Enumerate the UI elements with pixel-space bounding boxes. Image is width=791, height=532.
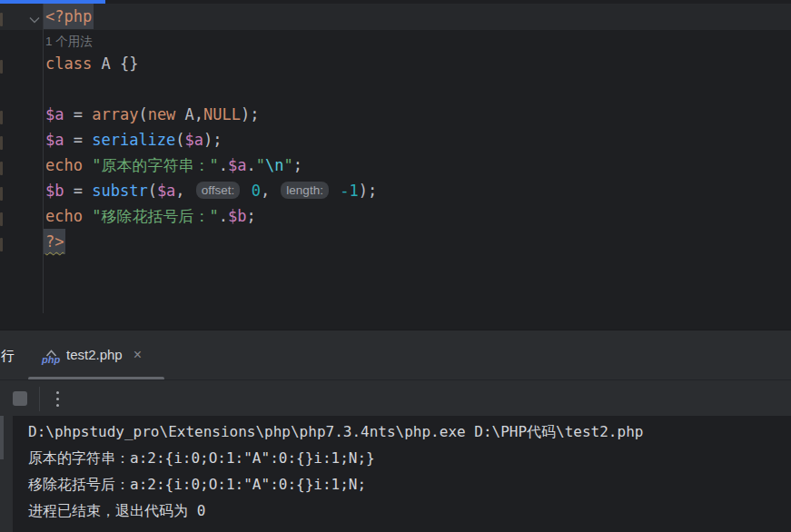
gutter-separator	[43, 4, 44, 313]
gutter-mark	[0, 212, 3, 226]
tab-label: test2.php	[66, 347, 123, 362]
code-token: "移除花括号后："	[92, 207, 218, 225]
code-token: "原本的字符串："	[92, 156, 218, 174]
stop-icon	[13, 391, 27, 406]
fold-chevron-icon[interactable]	[29, 11, 40, 18]
code-line[interactable]: 1 个用法	[45, 29, 791, 51]
code-token: $a	[185, 131, 203, 149]
run-toolwindow-label: 行	[1, 348, 15, 365]
code-token: array	[92, 105, 138, 123]
code-token: NULL	[203, 105, 241, 123]
code-line[interactable]: $b = substr($a, offset: 0, length: -1);	[45, 178, 791, 203]
code-token: substr	[92, 182, 147, 200]
close-tab-icon[interactable]: ×	[133, 348, 142, 362]
code-line[interactable]: $a = serialize($a);	[45, 127, 791, 153]
code-token: .	[219, 207, 228, 225]
code-token: ;	[246, 207, 255, 225]
code-token: );	[203, 131, 222, 149]
console-line: 原本的字符串：a:2:{i:0;O:1:"A":0:{}i:1;N;}	[28, 445, 791, 471]
toolbar-divider	[39, 387, 40, 411]
console-line: D:\phpstudy_pro\Extensions\php\php7.3.4n…	[28, 419, 791, 445]
usages-inlay-hint: 1 个用法	[45, 34, 93, 48]
code-token: $a	[45, 131, 64, 149]
console-gutter	[0, 416, 13, 532]
code-line[interactable]: class A {}	[45, 51, 791, 76]
code-token: "	[256, 156, 265, 174]
gutter-mark	[0, 111, 3, 124]
code-token: ;	[293, 156, 302, 174]
code-token: A,	[175, 105, 203, 123]
code-line[interactable]: echo "移除花括号后：".$b;	[45, 203, 791, 229]
code-token	[242, 182, 251, 200]
code-token: $a	[228, 156, 246, 174]
gutter-mark	[0, 238, 3, 251]
code-token: =	[64, 182, 92, 200]
param-hint-offset: offset:	[196, 182, 241, 199]
run-tab-bar: 行 php test2.php ×	[0, 330, 791, 379]
code-token: new	[148, 105, 176, 123]
editor-gutter	[0, 4, 44, 313]
code-token: ,	[261, 182, 279, 200]
run-console[interactable]: D:\phpstudy_pro\Extensions\php\php7.3.4n…	[0, 416, 791, 532]
code-token: (	[175, 131, 184, 149]
code-line[interactable]: echo "原本的字符串：".$a."\n";	[45, 153, 791, 178]
code-token: A {}	[92, 54, 138, 73]
console-line: 进程已结束，退出代码为 0	[28, 498, 791, 524]
code-line[interactable]: $a = array(new A,NULL);	[45, 102, 791, 127]
code-token: =	[64, 131, 92, 149]
code-token: );	[359, 182, 377, 200]
gutter-mark	[0, 136, 3, 150]
console-output: D:\phpstudy_pro\Extensions\php\php7.3.4n…	[28, 419, 791, 524]
code-token: class	[45, 54, 92, 73]
php-open-tag: <?php	[44, 4, 94, 29]
editor-pane[interactable]: <?php1 个用法class A {}$a = array(new A,NUL…	[0, 4, 791, 330]
run-tab-test2[interactable]: php test2.php ×	[28, 330, 142, 379]
code-line[interactable]: ?>	[45, 229, 791, 254]
code-token	[83, 207, 92, 225]
code-token	[331, 182, 340, 200]
code-token: $a	[45, 105, 64, 123]
code-token: echo	[45, 207, 83, 225]
code-token: \n	[265, 156, 283, 174]
code-token: 0	[252, 182, 261, 200]
gutter-mark	[0, 162, 3, 175]
code-token: =	[64, 105, 92, 123]
code-line[interactable]	[45, 76, 791, 102]
code-token: (	[138, 105, 147, 123]
php-icon-text: php	[42, 354, 60, 365]
window-progress-bar	[0, 0, 105, 4]
gutter-mark	[0, 187, 3, 201]
code-lines[interactable]: <?php1 个用法class A {}$a = array(new A,NUL…	[45, 4, 791, 254]
code-token: $b	[228, 207, 246, 225]
code-token: echo	[45, 156, 83, 174]
gutter-mark	[0, 60, 3, 74]
code-token: (	[148, 182, 157, 200]
run-tool-window: 行 php test2.php ×	[0, 330, 791, 532]
param-hint-length: length:	[281, 182, 329, 199]
console-gutter-strip	[0, 416, 4, 459]
phpstorm-window: <?php1 个用法class A {}$a = array(new A,NUL…	[0, 0, 791, 532]
code-token: );	[241, 105, 259, 123]
more-options-button[interactable]	[53, 388, 63, 410]
code-token: .	[219, 156, 228, 174]
run-toolbar	[0, 379, 791, 417]
code-token: ,	[175, 182, 193, 200]
code-token	[83, 156, 92, 174]
code-token: $b	[45, 182, 64, 200]
code-line[interactable]: <?php	[45, 4, 791, 29]
php-close-tag: ?>	[44, 229, 65, 254]
php-file-icon: php	[42, 344, 61, 366]
code-token: -1	[340, 182, 358, 200]
gutter-mark	[0, 13, 3, 26]
code-token: serialize	[92, 131, 175, 149]
vertical-ellipsis-icon	[56, 391, 59, 394]
console-line: 移除花括号后：a:2:{i:0;O:1:"A":0:{}i:1;N;	[28, 471, 791, 498]
code-token: .	[246, 156, 255, 174]
code-token: $a	[157, 182, 175, 200]
stop-button[interactable]	[13, 391, 27, 406]
code-token: "	[283, 156, 292, 174]
